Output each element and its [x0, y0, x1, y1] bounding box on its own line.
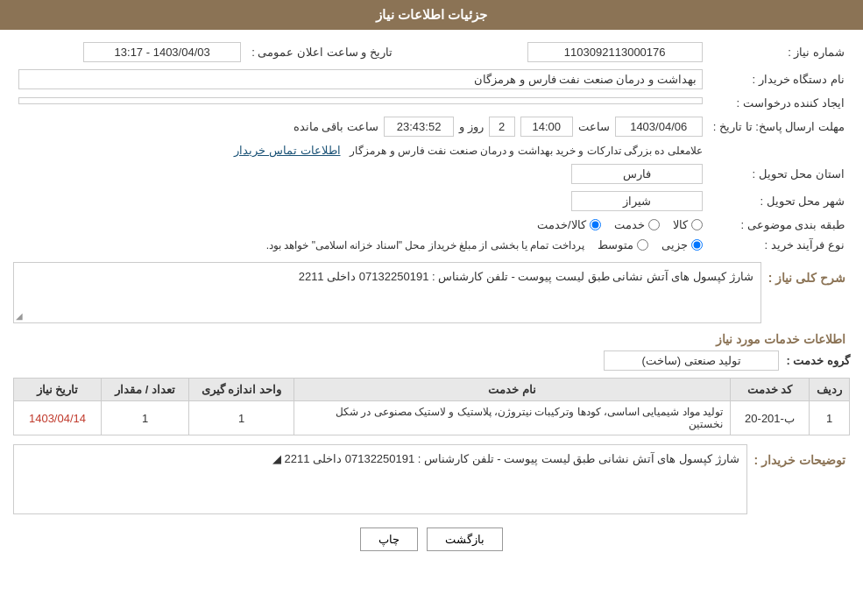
buyer-notes-label: توضیحات خریدار :: [754, 453, 850, 467]
buyer-org-value: بهداشت و درمان صنعت نفت فارس و هرمزگان: [18, 69, 703, 89]
province-value: فارس: [571, 164, 703, 184]
need-number-value: 1103092113000176: [527, 42, 703, 62]
requester-label: ایجاد کننده درخواست :: [708, 93, 850, 113]
col-date: تاریخ نیاز: [14, 379, 102, 401]
need-desc-box: شارژ کپسول های آتش نشانی طبق لیست پیوست …: [13, 262, 761, 323]
purchase-type-jozii-label: جزیی: [661, 238, 688, 251]
service-group-label: گروه خدمت :: [786, 354, 850, 367]
category-khedmat-option[interactable]: خدمت: [614, 218, 660, 231]
deadline-time-label: ساعت: [578, 120, 610, 133]
requester-info-text: علامعلی ده بزرگی تداركات و خرید بهداشت و…: [350, 145, 702, 157]
col-unit: واحد اندازه گیری: [189, 379, 294, 401]
services-info-label: اطلاعات خدمات مورد نیاز: [13, 332, 850, 346]
need-desc-label: شرح کلی نیاز :: [768, 271, 850, 285]
notes-resize-icon: ◢: [272, 452, 281, 465]
col-qty: تعداد / مقدار: [102, 379, 189, 401]
page-title: جزئیات اطلاعات نیاز: [376, 7, 487, 22]
category-khedmat-label: خدمت: [614, 218, 645, 231]
col-code: کد خدمت: [731, 379, 810, 401]
category-kala-option[interactable]: کالا: [673, 218, 703, 231]
footer-buttons: بازگشت چاپ: [13, 527, 850, 551]
purchase-type-motovaset-label: متوسط: [598, 238, 633, 251]
table-row: 1ب-201-20تولید مواد شیمیایی اساسی، کودها…: [14, 401, 850, 435]
col-name: نام خدمت: [294, 379, 731, 401]
category-kala-khedmat-option[interactable]: کالا/خدمت: [537, 218, 601, 231]
contact-link[interactable]: اطلاعات تماس خریدار: [234, 144, 340, 157]
requester-value: [18, 97, 703, 104]
city-label: شهر محل تحویل :: [708, 188, 850, 215]
purchase-type-jozii-option[interactable]: جزیی: [661, 238, 703, 251]
announce-datetime-value: 1403/04/03 - 13:17: [83, 42, 241, 62]
page-header: جزئیات اطلاعات نیاز: [0, 0, 863, 30]
category-kala-khedmat-label: کالا/خدمت: [537, 218, 586, 231]
col-row: ردیف: [810, 379, 850, 401]
deadline-time-value: 14:00: [520, 117, 573, 137]
category-label: طبقه بندی موضوعی :: [708, 215, 850, 235]
buyer-notes-value: شارژ کپسول های آتش نشانی طبق لیست پیوست …: [285, 452, 739, 465]
need-number-label: شماره نیاز :: [708, 39, 850, 66]
resize-icon: ◢: [16, 311, 23, 321]
deadline-remaining-value: 23:43:52: [384, 117, 454, 137]
reply-deadline-label: مهلت ارسال پاسخ: تا تاریخ :: [708, 113, 850, 140]
buyer-notes-box: شارژ کپسول های آتش نشانی طبق لیست پیوست …: [13, 444, 747, 514]
buyer-org-label: نام دستگاه خریدار :: [708, 66, 850, 93]
print-button[interactable]: چاپ: [360, 527, 418, 551]
deadline-remaining-label: ساعت باقی مانده: [294, 120, 378, 133]
category-kala-label: کالا: [673, 218, 688, 231]
service-group-value: تولید صنعتی (ساخت): [604, 350, 779, 371]
need-desc-value: شارژ کپسول های آتش نشانی طبق لیست پیوست …: [299, 270, 753, 283]
province-label: استان محل تحویل :: [708, 160, 850, 188]
purchase-type-note: پرداخت تمام یا بخشی از مبلغ خریداز محل "…: [266, 239, 584, 251]
deadline-days-value: 2: [489, 117, 515, 137]
deadline-date-value: 1403/04/06: [615, 117, 703, 137]
services-table: ردیف کد خدمت نام خدمت واحد اندازه گیری ت…: [13, 378, 850, 435]
purchase-type-label: نوع فرآیند خرید :: [708, 235, 850, 255]
deadline-days-label: روز و: [459, 120, 484, 133]
city-value: شیراز: [571, 191, 703, 211]
back-button[interactable]: بازگشت: [427, 527, 503, 551]
announce-datetime-label: تاریخ و ساعت اعلان عمومی :: [246, 39, 398, 66]
purchase-type-motovaset-option[interactable]: متوسط: [598, 238, 648, 251]
